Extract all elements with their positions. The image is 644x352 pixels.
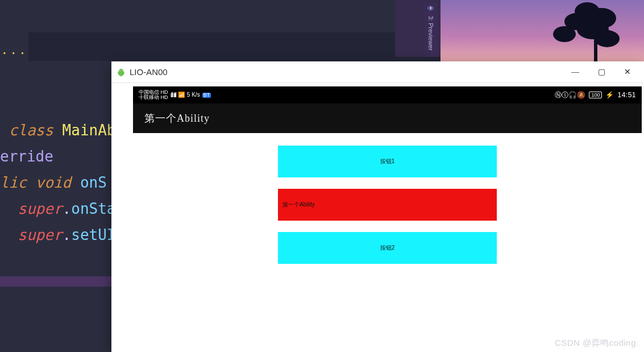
net-speed: 5 K/s: [187, 92, 200, 98]
status-left: 中国电信 HD 十联移动 HD ılıl ılıl 📶 5 K/s BT: [139, 90, 211, 100]
svg-rect-6: [594, 34, 597, 63]
svg-point-5: [595, 30, 620, 47]
button-1[interactable]: 按钮1: [278, 146, 497, 177]
android-icon: [117, 68, 125, 77]
svg-point-7: [120, 69, 121, 70]
carrier-2: 十联移动 HD: [139, 95, 168, 100]
emulator-titlebar[interactable]: LIO-AN00 — ▢ ✕: [111, 61, 644, 83]
code-method: onSta: [71, 200, 115, 217]
battery-icon: 100: [589, 92, 602, 98]
device-frame: 中国电信 HD 十联移动 HD ılıl ılıl 📶 5 K/s BT ⓃⒾ🎧…: [133, 86, 642, 347]
bluetooth-badge: BT: [202, 93, 211, 98]
code-keyword: class: [9, 122, 63, 139]
right-dock: 👁 3: Previewer: [395, 0, 441, 57]
code-dot: .: [63, 200, 72, 217]
code-block: class MainAb erride lic void onS super.o…: [0, 91, 116, 274]
charging-icon: ⚡: [605, 91, 614, 99]
overflow-dots: ...: [2, 40, 29, 58]
wifi-icon: 📶: [178, 92, 185, 98]
app-body: 按钮1 第一个Ability 按钮2: [133, 133, 642, 347]
tree-silhouette-icon: [508, 0, 633, 63]
maximize-button[interactable]: ▢: [588, 64, 614, 81]
code-keyword: lic void: [0, 174, 80, 191]
status-icons: ⓃⒾ🎧🔕: [555, 90, 585, 100]
emulator-title: LIO-AN00: [130, 67, 168, 77]
code-method: onS: [80, 174, 107, 191]
previewer-tab-label: 3: Previewer: [427, 16, 434, 51]
button-3[interactable]: 按钮2: [278, 232, 497, 264]
code-super: super: [18, 200, 62, 217]
signal-icon: ılıl ılıl: [171, 92, 176, 98]
app-title-bar: 第一个Ability: [133, 103, 642, 133]
emulator-title-left: LIO-AN00: [117, 67, 168, 77]
code-class: MainAb: [63, 122, 116, 139]
close-button[interactable]: ✕: [614, 64, 641, 81]
code-method: setUI: [71, 226, 115, 243]
button-3-label: 按钮2: [380, 244, 395, 252]
button-2[interactable]: 第一个Ability: [278, 189, 497, 221]
window-controls: — ▢ ✕: [562, 64, 641, 81]
button-2-label: 第一个Ability: [282, 201, 315, 209]
emulator-window: LIO-AN00 — ▢ ✕ 中国电信 HD 十联移动 HD ılıl ılıl…: [111, 61, 644, 352]
eye-icon: 👁: [427, 5, 434, 13]
app-title-text: 第一个Ability: [144, 111, 210, 125]
status-clock: 14:51: [617, 91, 636, 99]
button-1-label: 按钮1: [380, 158, 395, 165]
svg-point-4: [553, 26, 576, 42]
minimize-button[interactable]: —: [562, 64, 588, 81]
code-override: erride: [0, 148, 53, 165]
desktop-wallpaper: [441, 0, 644, 61]
device-status-bar: 中国电信 HD 十联移动 HD ılıl ılıl 📶 5 K/s BT ⓃⒾ🎧…: [133, 86, 642, 103]
code-dot: .: [63, 226, 72, 243]
svg-point-8: [122, 69, 122, 70]
code-super: super: [18, 226, 62, 243]
tab-previewer[interactable]: 👁 3: Previewer: [425, 2, 437, 57]
status-right: ⓃⒾ🎧🔕 100 ⚡ 14:51: [555, 90, 636, 100]
